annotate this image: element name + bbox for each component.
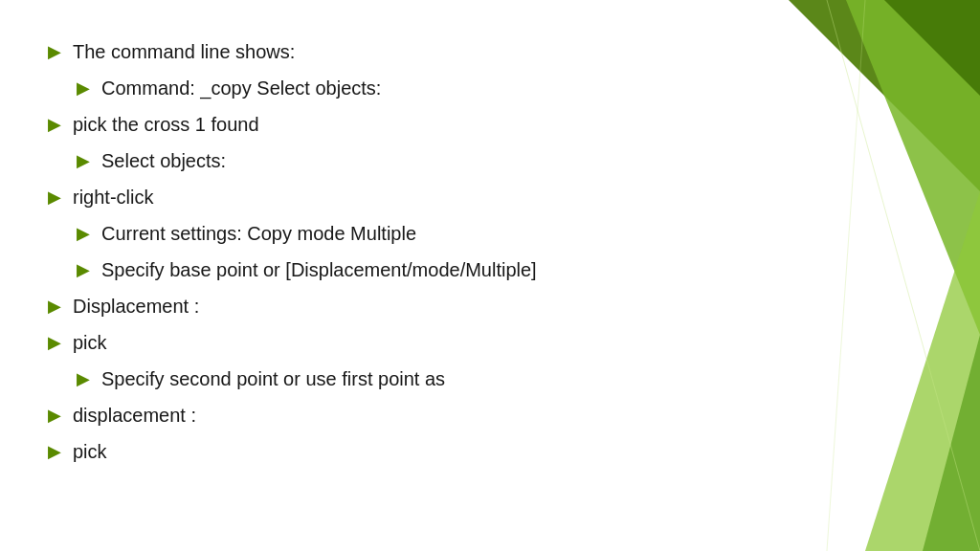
bullet-arrow-icon: ▶ xyxy=(48,113,61,137)
bullet-arrow-icon: ▶ xyxy=(77,258,90,282)
list-item: ▶Specify second point or use first point… xyxy=(77,365,932,392)
bullet-arrow-icon: ▶ xyxy=(48,404,61,428)
bullet-arrow-icon: ▶ xyxy=(77,149,90,173)
bullet-text-2: Command: _copy Select objects: xyxy=(101,75,381,101)
list-item: ▶pick the cross 1 found xyxy=(48,111,932,138)
bullet-arrow-icon: ▶ xyxy=(77,77,90,100)
bullet-arrow-icon: ▶ xyxy=(77,222,90,246)
bullet-text-6: Current settings: Copy mode Multiple xyxy=(101,220,416,247)
bullet-text-8: Displacement : xyxy=(73,293,199,320)
bullet-text-3: pick the cross 1 found xyxy=(73,111,259,138)
bullet-text-5: right-click xyxy=(73,184,153,210)
bullet-text-12: pick xyxy=(73,438,107,465)
list-item: ▶Specify base point or [Displacement/mod… xyxy=(77,256,932,283)
list-item: ▶Select objects: xyxy=(77,147,932,174)
bullet-arrow-icon: ▶ xyxy=(48,295,61,319)
bullet-text-9: pick xyxy=(73,329,107,356)
main-content: ▶The command line shows:▶Command: _copy … xyxy=(0,0,980,513)
list-item: ▶right-click xyxy=(48,184,932,210)
list-item: ▶Current settings: Copy mode Multiple xyxy=(77,220,932,247)
bullet-arrow-icon: ▶ xyxy=(48,186,61,209)
list-item: ▶The command line shows: xyxy=(48,38,932,65)
list-item: ▶displacement : xyxy=(48,402,932,429)
bullet-text-1: The command line shows: xyxy=(73,38,295,65)
bullet-arrow-icon: ▶ xyxy=(48,331,61,355)
bullet-text-7: Specify base point or [Displacement/mode… xyxy=(101,256,537,283)
list-item: ▶pick xyxy=(48,438,932,465)
list-item: ▶Command: _copy Select objects: xyxy=(77,75,932,101)
list-item: ▶Displacement : xyxy=(48,293,932,320)
bullet-text-10: Specify second point or use first point … xyxy=(101,365,445,392)
bullet-arrow-icon: ▶ xyxy=(48,40,61,64)
list-item: ▶pick xyxy=(48,329,932,356)
bullet-text-11: displacement : xyxy=(73,402,196,429)
bullet-arrow-icon: ▶ xyxy=(48,440,61,464)
bullet-text-4: Select objects: xyxy=(101,147,226,174)
bullet-arrow-icon: ▶ xyxy=(77,367,90,391)
bullet-list: ▶The command line shows:▶Command: _copy … xyxy=(48,38,932,465)
